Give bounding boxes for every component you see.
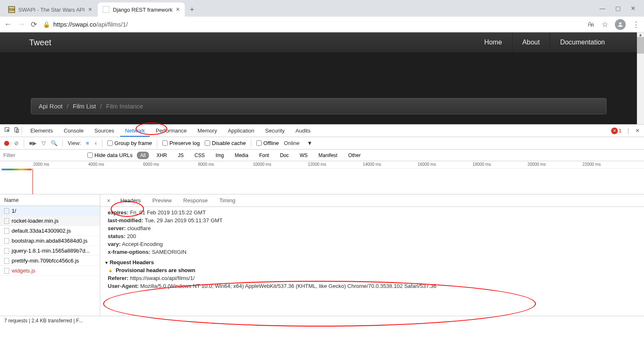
filter-type-media[interactable]: Media [231,152,252,159]
menu-icon[interactable]: ⋮ [632,20,640,29]
timeline-tick: 8000 ms [198,162,214,167]
devtools-status-bar: 7 requests | 2.4 KB transferred | F... [0,316,644,325]
filter-type-img[interactable]: Img [212,152,227,159]
filter-icon[interactable]: ▽ [42,140,46,146]
breadcrumb-list[interactable]: Film List [73,103,96,110]
page-content: Tweet Home About Documentation Api Root … [0,32,644,124]
request-row[interactable]: prettify-min.709bfcc456c6.js [0,256,100,266]
svg-point-0 [619,22,621,24]
request-row[interactable]: jquery-1.8.1-min.1565a889b7d... [0,246,100,256]
request-headers-section[interactable]: Request Headers [104,259,637,265]
url-field[interactable]: 🔒 https://swapi.co/api/films/1/ [43,21,582,28]
forward-button[interactable]: → [17,20,25,29]
inspect-icon[interactable] [4,127,11,135]
request-row[interactable]: rocket-loader.min.js [0,216,100,226]
request-name: 1/ [12,208,16,214]
tab-application[interactable]: Application [223,125,260,136]
offline-checkbox[interactable]: Offline [256,140,279,146]
list-header-name[interactable]: Name [0,194,100,206]
network-timeline[interactable]: 2000 ms4000 ms6000 ms8000 ms10000 ms1200… [0,161,644,194]
request-row[interactable]: bootstrap.min.abda843684d0.js [0,236,100,246]
error-count: 1 [619,128,622,134]
translate-icon[interactable]: 🗛 [587,20,595,29]
back-button[interactable]: ← [4,20,12,29]
close-tab-icon[interactable]: × [176,6,180,13]
devtools-menu-icon[interactable]: ⋮ [626,128,631,134]
detail-tab-headers[interactable]: Headers [115,195,146,206]
tab-memory[interactable]: Memory [193,125,222,136]
request-row[interactable]: 1/ [0,206,100,216]
file-icon [4,248,9,254]
clear-icon[interactable]: ⊘ [14,140,19,146]
search-icon[interactable]: 🔍 [51,140,57,146]
request-row[interactable]: default.33da14300902.js [0,226,100,236]
tab-console[interactable]: Console [59,125,89,136]
request-name: rocket-loader.min.js [12,218,59,224]
tab-title: Django REST framework [113,7,173,13]
tab-sources[interactable]: Sources [89,125,119,136]
minimize-icon[interactable]: — [599,5,605,12]
record-button[interactable] [4,141,9,146]
filter-type-ws[interactable]: WS [296,152,311,159]
preserve-log-checkbox[interactable]: Preserve log [162,140,200,146]
tab-security[interactable]: Security [260,125,290,136]
filter-type-doc[interactable]: Doc [277,152,292,159]
tab-network[interactable]: Network [120,125,150,136]
nav-home[interactable]: Home [474,33,512,52]
devtools-close-icon[interactable]: ✕ [635,128,640,134]
browser-tab-swapi[interactable]: SW SWAPI - The Star Wars API × [3,2,97,17]
devtools: Elements Console Sources Network Perform… [0,124,644,325]
filter-type-js[interactable]: JS [174,152,187,159]
detail-tab-response[interactable]: Response [178,195,213,206]
close-window-icon[interactable]: ✕ [631,5,636,12]
reload-button[interactable]: ⟳ [31,20,37,29]
breadcrumb-root[interactable]: Api Root [39,103,63,110]
timeline-load-marker [32,169,33,194]
filter-input[interactable] [0,150,83,160]
filter-type-other[interactable]: Other [345,152,364,159]
tab-performance[interactable]: Performance [151,125,191,136]
network-toolbar: ⊘ ■▶ ▽ 🔍 View: ≡ ⫞ Group by frame Preser… [0,137,644,150]
tab-audits[interactable]: Audits [290,125,315,136]
disable-cache-checkbox[interactable]: Disable cache [205,140,246,146]
hide-data-urls-checkbox[interactable]: Hide data URLs [87,152,133,158]
camera-icon[interactable]: ■▶ [29,140,37,146]
nav-about[interactable]: About [512,33,550,52]
close-tab-icon[interactable]: × [88,6,92,13]
header-line: x-frame-options: SAMEORIGIN [108,249,637,255]
browser-tab-django[interactable]: Django REST framework × [98,2,185,17]
maximize-icon[interactable]: ▢ [615,5,621,12]
filter-type-xhr[interactable]: XHR [153,152,170,159]
error-badge-icon: ✕ [611,128,618,134]
window-controls: — ▢ ✕ [599,5,641,12]
filter-type-font[interactable]: Font [256,152,272,159]
filter-type-manifest[interactable]: Manifest [315,152,341,159]
dock-controls [2,127,22,135]
header-line: User-Agent: Mozilla/5.0 (Windows NT 10.0… [108,283,637,289]
view-large-icon[interactable]: ⫞ [94,140,97,146]
header-line: status: 200 [108,233,637,239]
new-tab-button[interactable]: + [186,3,198,17]
error-indicator[interactable]: ✕ 1 [611,128,622,134]
view-list-icon[interactable]: ≡ [86,140,89,146]
close-detail-icon[interactable]: × [104,197,114,204]
page-scrollbar[interactable]: ▲ [637,32,644,124]
filter-type-all[interactable]: All [137,152,149,159]
request-list: Name 1/rocket-loader.min.jsdefault.33da1… [0,194,100,316]
profile-avatar[interactable] [615,19,626,30]
device-toggle-icon[interactable] [13,127,20,135]
url-text: https://swapi.co/api/films/1/ [53,21,128,28]
detail-tab-timing[interactable]: Timing [214,195,240,206]
filter-type-css[interactable]: CSS [191,152,208,159]
nav-documentation[interactable]: Documentation [550,33,615,52]
timeline-tick: 14000 ms [363,162,381,167]
group-by-frame-checkbox[interactable]: Group by frame [107,140,152,146]
timeline-tick: 2000 ms [33,162,49,167]
request-row[interactable]: widgets.js [0,266,100,276]
timeline-tick: 18000 ms [473,162,491,167]
bookmark-star-icon[interactable]: ☆ [602,20,608,29]
throttle-select[interactable]: Online ▼ [284,140,312,146]
tab-elements[interactable]: Elements [25,125,58,136]
detail-tab-preview[interactable]: Preview [147,195,176,206]
file-icon [4,228,9,234]
